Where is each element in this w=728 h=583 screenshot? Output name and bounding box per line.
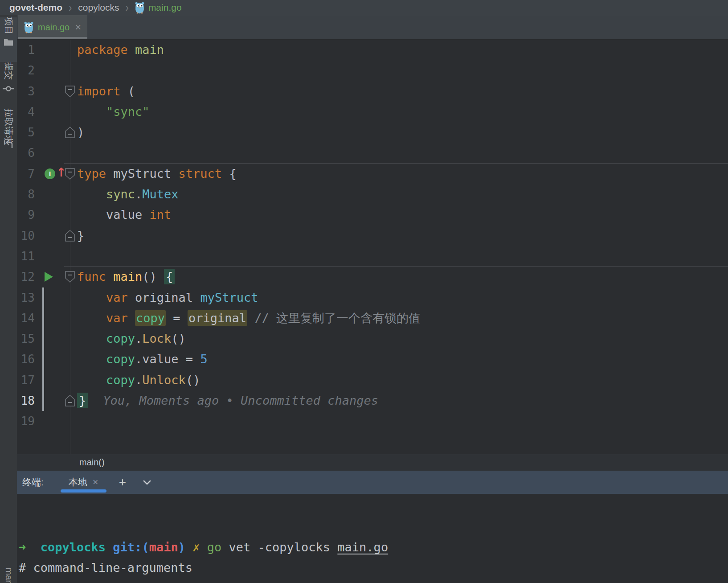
line-number[interactable]: 10 — [17, 226, 35, 246]
terminal-header: 终端: 本地 × + — [17, 471, 728, 494]
breadcrumb-separator-icon: › — [126, 0, 129, 15]
code-text: value int — [77, 205, 171, 225]
code-line-16: 16 copy.value = 5 — [17, 349, 728, 370]
code-line-12: 12func main() { — [17, 267, 728, 287]
implementation-icon[interactable]: I — [45, 168, 55, 179]
code-line-14: 14 var copy = original // 这里复制了一个含有锁的值 — [17, 308, 728, 328]
line-number[interactable]: 1 — [17, 40, 35, 60]
sidebar-item-bookmarks[interactable]: marks — [4, 568, 14, 583]
code-line-18: 18}You, Moments ago • Uncommitted change… — [17, 390, 728, 411]
tool-window-stripe: 项目 提交 拉取请求 marks — [0, 15, 17, 583]
sidebar-item-commit[interactable]: 提交 — [0, 65, 17, 94]
terminal-line-3: ./main.go:14:13: variable declaration co… — [19, 578, 728, 583]
line-number[interactable]: 16 — [17, 349, 35, 370]
run-icon[interactable] — [45, 272, 53, 282]
code-text: type myStruct struct { — [77, 164, 237, 184]
code-line-6: 6 — [17, 143, 728, 163]
code-line-8: 8 sync.Mutex — [17, 184, 728, 205]
code-line-17: 17 copy.Unlock() — [17, 370, 728, 390]
code-line-5: 5) — [17, 122, 728, 143]
code-text: "sync" — [77, 102, 150, 122]
editor-tab-bar: main.go × — [17, 15, 728, 40]
code-line-19: 19 — [17, 411, 728, 431]
code-line-3: 3import ( — [17, 81, 728, 102]
code-text: }You, Moments ago • Uncommitted changes — [77, 390, 378, 411]
commit-label: 提交 — [3, 62, 15, 80]
code-text: copy.Unlock() — [77, 370, 200, 390]
chevron-down-icon[interactable] — [141, 476, 153, 488]
line-number[interactable]: 5 — [17, 122, 35, 143]
code-text: var original myStruct — [77, 287, 258, 308]
line-number[interactable]: 4 — [17, 102, 35, 122]
code-text: func main() { — [77, 267, 175, 287]
terminal-tab-local[interactable]: 本地 × — [66, 471, 101, 494]
editor-footer: main() — [17, 454, 728, 471]
line-number[interactable]: 3 — [17, 81, 35, 102]
fold-marker-end[interactable] — [65, 127, 75, 138]
gutter-change-marker — [42, 390, 44, 411]
gutter-change-marker — [42, 308, 44, 328]
line-number[interactable]: 18 — [17, 390, 35, 411]
close-icon[interactable]: × — [75, 23, 81, 32]
tab-label: main.go — [38, 22, 70, 33]
terminal-output[interactable]: ➜ copylocks git:(main) ✗ go vet -copyloc… — [17, 494, 728, 583]
gutter-change-marker — [42, 287, 44, 308]
code-line-11: 11 — [17, 246, 728, 267]
ide-window: govet-demo › copylocks › main.go 项目 提交 拉… — [0, 0, 728, 583]
breadcrumb-separator-icon: › — [69, 0, 72, 15]
code-text: sync.Mutex — [77, 184, 179, 205]
code-line-13: 13 var original myStruct — [17, 287, 728, 308]
line-number[interactable]: 13 — [17, 287, 35, 308]
code-text: copy.Lock() — [77, 328, 186, 349]
code-line-2: 2 — [17, 60, 728, 81]
file-location-link[interactable]: ./main.go:14:13 — [19, 581, 127, 583]
line-number[interactable]: 12 — [17, 267, 35, 287]
line-number[interactable]: 2 — [17, 60, 35, 81]
terminal-line-1: ➜ copylocks git:(main) ✗ go vet -copyloc… — [19, 537, 728, 558]
breadcrumb-file[interactable]: main.go — [148, 2, 182, 13]
breadcrumb-package[interactable]: copylocks — [78, 2, 119, 13]
code-text: import ( — [77, 81, 135, 102]
close-icon[interactable]: × — [93, 476, 98, 488]
gutter-change-marker — [42, 370, 44, 390]
fold-marker-end[interactable] — [65, 395, 75, 406]
line-number[interactable]: 7 — [17, 164, 35, 184]
gutter-change-marker — [42, 349, 44, 370]
tab-main-go[interactable]: main.go × — [18, 15, 87, 39]
vcs-inlay-hint[interactable]: You, Moments ago • Uncommitted changes — [88, 394, 378, 407]
line-number[interactable]: 15 — [17, 328, 35, 349]
code-text: package main — [77, 40, 164, 60]
fold-marker-start[interactable] — [65, 271, 75, 283]
code-line-9: 9 value int — [17, 205, 728, 225]
sidebar-item-project[interactable]: 项目 — [0, 20, 17, 46]
terminal-tab-label: 本地 — [69, 476, 87, 489]
sidebar-item-pull-requests[interactable]: 拉取请求 — [0, 120, 17, 149]
go-file-icon — [24, 21, 33, 33]
fold-marker-start[interactable] — [65, 86, 75, 97]
terminal-line-2: # command-line-arguments — [19, 558, 728, 578]
code-text: ) — [77, 122, 84, 143]
fold-marker-end[interactable] — [65, 230, 75, 242]
line-number[interactable]: 14 — [17, 308, 35, 328]
footer-breadcrumb-main[interactable]: main() — [79, 457, 105, 468]
line-number[interactable]: 8 — [17, 184, 35, 205]
new-terminal-button[interactable]: + — [119, 478, 126, 487]
go-file-icon — [135, 2, 144, 14]
line-number[interactable]: 6 — [17, 143, 35, 163]
line-number[interactable]: 17 — [17, 370, 35, 390]
commit-icon — [3, 83, 14, 94]
code-line-4: 4 "sync" — [17, 102, 728, 122]
fold-marker-start[interactable] — [65, 168, 75, 180]
code-text: var copy = original // 这里复制了一个含有锁的值 — [77, 308, 421, 328]
project-label: 项目 — [3, 17, 15, 35]
line-number[interactable]: 9 — [17, 205, 35, 225]
code-line-7: 7I↑type myStruct struct { — [17, 164, 728, 184]
breadcrumb: govet-demo › copylocks › main.go — [0, 0, 728, 15]
folder-icon — [4, 38, 13, 46]
code-line-1: 1package main — [17, 40, 728, 60]
line-number[interactable]: 11 — [17, 246, 35, 267]
code-text: } — [77, 226, 84, 246]
breadcrumb-project[interactable]: govet-demo — [9, 2, 62, 13]
line-number[interactable]: 19 — [17, 411, 35, 431]
code-editor[interactable]: 1package main23import (4 "sync"5)67I↑typ… — [17, 40, 728, 454]
